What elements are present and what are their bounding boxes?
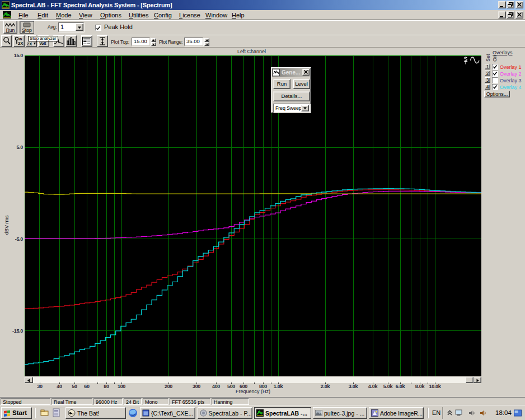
svg-text:2X: 2X	[27, 41, 32, 46]
svg-text:IN: IN	[19, 38, 22, 41]
svg-text:2X: 2X	[18, 41, 23, 46]
svg-text:Volt: Volt	[40, 41, 47, 45]
